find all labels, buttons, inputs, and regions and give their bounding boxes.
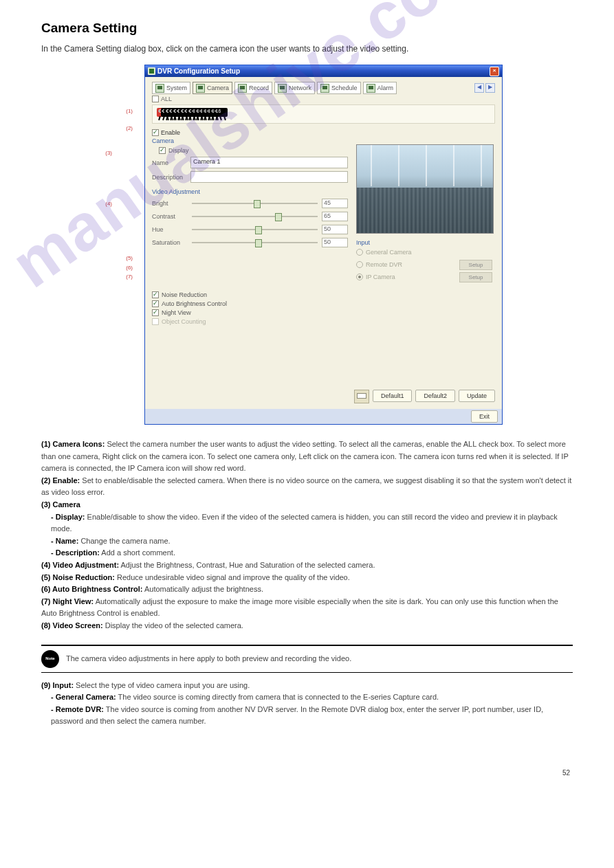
section-title: Camera Setting bbox=[41, 21, 573, 36]
contrast-value: 65 bbox=[322, 212, 348, 221]
saturation-value: 50 bbox=[322, 238, 348, 247]
camera-group-label: Camera bbox=[152, 137, 495, 144]
title-bar[interactable]: DVR Configuration Setup × bbox=[145, 65, 502, 77]
object-counting-checkbox: Object Counting bbox=[152, 318, 495, 325]
network-icon bbox=[278, 84, 287, 93]
prev-arrow-icon[interactable]: ◀ bbox=[474, 83, 484, 93]
dvr-config-window: DVR Configuration Setup × System Camera … bbox=[144, 65, 503, 425]
tab-system[interactable]: System bbox=[152, 82, 190, 94]
tab-schedule[interactable]: Schedule bbox=[317, 82, 361, 94]
tab-alarm[interactable]: Alarm bbox=[363, 82, 397, 94]
radio-remote-dvr: Remote DVR bbox=[356, 261, 402, 268]
hue-slider[interactable] bbox=[192, 226, 318, 233]
tab-record[interactable]: Record bbox=[234, 82, 272, 94]
description-input[interactable] bbox=[190, 171, 348, 183]
section-lead: In the Camera Setting dialog box, click … bbox=[41, 43, 573, 55]
system-icon bbox=[155, 84, 164, 93]
description-label: Description bbox=[152, 174, 188, 181]
ip-setup-button: Setup bbox=[459, 272, 492, 282]
tab-camera[interactable]: Camera bbox=[193, 82, 232, 94]
record-icon bbox=[238, 84, 247, 93]
contrast-label: Contrast bbox=[152, 213, 188, 220]
footnotes: (1) Camera Icons: Select the camera numb… bbox=[41, 438, 573, 728]
display-checkbox[interactable]: Display bbox=[152, 147, 348, 154]
auto-brightness-checkbox[interactable]: Auto Brightness Control bbox=[152, 300, 495, 307]
contrast-slider[interactable] bbox=[192, 213, 318, 220]
bright-slider[interactable] bbox=[192, 200, 318, 207]
bright-label: Bright bbox=[152, 200, 188, 207]
noise-reduction-checkbox[interactable]: Noise Reduction bbox=[152, 291, 495, 298]
saturation-slider[interactable] bbox=[192, 239, 318, 246]
name-label: Name bbox=[152, 159, 188, 166]
remote-setup-button: Setup bbox=[459, 260, 492, 270]
next-arrow-icon[interactable]: ▶ bbox=[485, 83, 495, 93]
radio-general-camera: General Camera bbox=[356, 249, 492, 256]
camera-strip: 01 02 03 04 05 06 07 08 09 10 11 12 13 1… bbox=[152, 104, 495, 124]
note-bar: Note The camera video adjustments in her… bbox=[41, 645, 573, 673]
bright-value: 45 bbox=[322, 199, 348, 208]
window-title: DVR Configuration Setup bbox=[157, 67, 240, 75]
exit-button[interactable]: Exit bbox=[471, 410, 498, 423]
hue-value: 50 bbox=[322, 225, 348, 234]
app-icon bbox=[148, 67, 155, 75]
saturation-label: Saturation bbox=[152, 239, 188, 246]
video-preview bbox=[356, 144, 494, 234]
update-button[interactable]: Update bbox=[459, 390, 495, 402]
name-input[interactable]: Camera 1 bbox=[190, 157, 348, 168]
camera-16[interactable]: 16 bbox=[212, 108, 217, 120]
camera-icon bbox=[196, 84, 205, 93]
default2-button[interactable]: Default2 bbox=[415, 390, 455, 402]
page-number: 52 bbox=[41, 769, 573, 777]
video-adj-label: Video Adjustment bbox=[152, 188, 348, 195]
radio-ip-camera: IP Camera bbox=[356, 274, 395, 280]
tab-network[interactable]: Network bbox=[274, 82, 315, 94]
printer-icon[interactable] bbox=[354, 390, 369, 403]
enable-checkbox[interactable]: Enable bbox=[152, 129, 495, 136]
alarm-icon bbox=[366, 84, 375, 93]
all-checkbox[interactable]: ALL bbox=[152, 94, 495, 104]
hue-label: Hue bbox=[152, 226, 188, 233]
default1-button[interactable]: Default1 bbox=[373, 390, 413, 402]
note-icon: Note bbox=[41, 650, 59, 668]
close-icon[interactable]: × bbox=[490, 67, 499, 76]
night-view-checkbox[interactable]: Night View bbox=[152, 309, 495, 316]
input-group-label: Input bbox=[356, 239, 492, 246]
schedule-icon bbox=[320, 84, 329, 93]
